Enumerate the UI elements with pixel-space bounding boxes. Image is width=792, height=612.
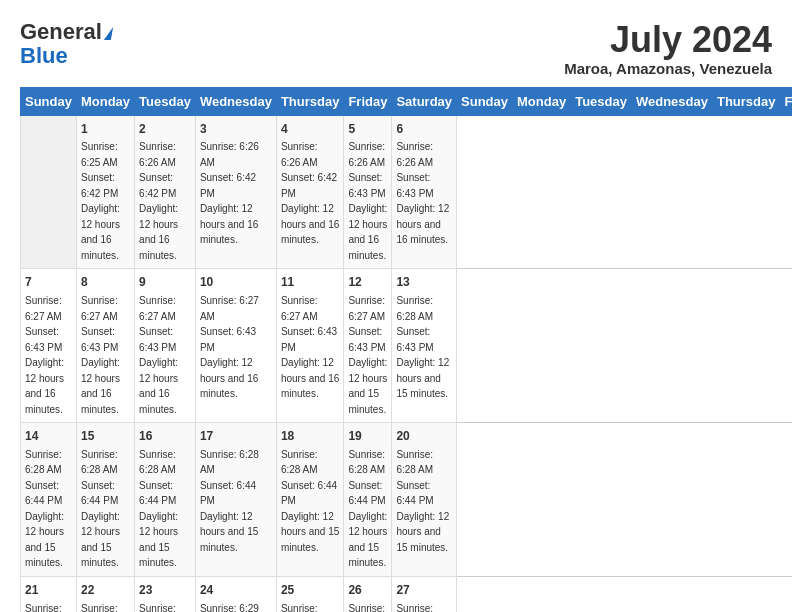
day-info: Sunrise: 6:28 AMSunset: 6:43 PMDaylight:… xyxy=(396,295,449,399)
calendar-cell: 3Sunrise: 6:26 AMSunset: 6:42 PMDaylight… xyxy=(195,115,276,269)
calendar-week-row: 14Sunrise: 6:28 AMSunset: 6:44 PMDayligh… xyxy=(21,423,793,577)
day-info: Sunrise: 6:27 AMSunset: 6:43 PMDaylight:… xyxy=(200,295,259,399)
calendar-week-row: 7Sunrise: 6:27 AMSunset: 6:43 PMDaylight… xyxy=(21,269,793,423)
day-number: 4 xyxy=(281,121,340,138)
calendar-cell: 18Sunrise: 6:28 AMSunset: 6:44 PMDayligh… xyxy=(276,423,344,577)
calendar-cell: 17Sunrise: 6:28 AMSunset: 6:44 PMDayligh… xyxy=(195,423,276,577)
header-wednesday: Wednesday xyxy=(195,87,276,115)
day-info: Sunrise: 6:29 AMSunset: 6:44 PMDaylight:… xyxy=(396,603,449,612)
calendar-cell: 25Sunrise: 6:29 AMSunset: 6:44 PMDayligh… xyxy=(276,576,344,612)
calendar-cell: 11Sunrise: 6:27 AMSunset: 6:43 PMDayligh… xyxy=(276,269,344,423)
title-area: July 2024 Maroa, Amazonas, Venezuela xyxy=(564,20,772,77)
header-saturday: Saturday xyxy=(392,87,457,115)
calendar-cell: 10Sunrise: 6:27 AMSunset: 6:43 PMDayligh… xyxy=(195,269,276,423)
header-sunday: Sunday xyxy=(457,87,513,115)
header-tuesday: Tuesday xyxy=(135,87,196,115)
calendar-cell: 12Sunrise: 6:27 AMSunset: 6:43 PMDayligh… xyxy=(344,269,392,423)
day-number: 11 xyxy=(281,274,340,291)
day-number: 22 xyxy=(81,582,130,599)
calendar-cell: 6Sunrise: 6:26 AMSunset: 6:43 PMDaylight… xyxy=(392,115,457,269)
day-number: 16 xyxy=(139,428,191,445)
month-title: July 2024 xyxy=(564,20,772,60)
calendar-cell: 24Sunrise: 6:29 AMSunset: 6:44 PMDayligh… xyxy=(195,576,276,612)
calendar-cell xyxy=(21,115,77,269)
logo-blue: Blue xyxy=(20,44,68,68)
day-info: Sunrise: 6:26 AMSunset: 6:43 PMDaylight:… xyxy=(348,141,387,261)
day-number: 14 xyxy=(25,428,72,445)
day-info: Sunrise: 6:27 AMSunset: 6:43 PMDaylight:… xyxy=(348,295,387,415)
day-info: Sunrise: 6:26 AMSunset: 6:43 PMDaylight:… xyxy=(396,141,449,245)
day-number: 20 xyxy=(396,428,452,445)
day-info: Sunrise: 6:27 AMSunset: 6:43 PMDaylight:… xyxy=(139,295,178,415)
day-number: 23 xyxy=(139,582,191,599)
day-number: 17 xyxy=(200,428,272,445)
header-thursday: Thursday xyxy=(712,87,780,115)
day-number: 9 xyxy=(139,274,191,291)
header-wednesday: Wednesday xyxy=(631,87,712,115)
calendar-cell: 14Sunrise: 6:28 AMSunset: 6:44 PMDayligh… xyxy=(21,423,77,577)
day-info: Sunrise: 6:29 AMSunset: 6:44 PMDaylight:… xyxy=(81,603,120,612)
calendar-cell: 8Sunrise: 6:27 AMSunset: 6:43 PMDaylight… xyxy=(76,269,134,423)
calendar-cell: 23Sunrise: 6:29 AMSunset: 6:44 PMDayligh… xyxy=(135,576,196,612)
day-info: Sunrise: 6:27 AMSunset: 6:43 PMDaylight:… xyxy=(81,295,120,415)
day-info: Sunrise: 6:28 AMSunset: 6:44 PMDaylight:… xyxy=(348,449,387,569)
day-info: Sunrise: 6:25 AMSunset: 6:42 PMDaylight:… xyxy=(81,141,120,261)
calendar-cell: 4Sunrise: 6:26 AMSunset: 6:42 PMDaylight… xyxy=(276,115,344,269)
logo: General Blue xyxy=(20,20,112,68)
calendar-cell: 16Sunrise: 6:28 AMSunset: 6:44 PMDayligh… xyxy=(135,423,196,577)
calendar-cell: 7Sunrise: 6:27 AMSunset: 6:43 PMDaylight… xyxy=(21,269,77,423)
calendar-cell: 22Sunrise: 6:29 AMSunset: 6:44 PMDayligh… xyxy=(76,576,134,612)
day-info: Sunrise: 6:29 AMSunset: 6:44 PMDaylight:… xyxy=(348,603,387,612)
location: Maroa, Amazonas, Venezuela xyxy=(564,60,772,77)
day-number: 10 xyxy=(200,274,272,291)
day-number: 26 xyxy=(348,582,387,599)
day-number: 6 xyxy=(396,121,452,138)
calendar-cell: 19Sunrise: 6:28 AMSunset: 6:44 PMDayligh… xyxy=(344,423,392,577)
day-info: Sunrise: 6:28 AMSunset: 6:44 PMDaylight:… xyxy=(25,449,64,569)
calendar-cell: 20Sunrise: 6:28 AMSunset: 6:44 PMDayligh… xyxy=(392,423,457,577)
header-friday: Friday xyxy=(780,87,792,115)
header-friday: Friday xyxy=(344,87,392,115)
day-number: 2 xyxy=(139,121,191,138)
day-number: 18 xyxy=(281,428,340,445)
calendar-cell: 15Sunrise: 6:28 AMSunset: 6:44 PMDayligh… xyxy=(76,423,134,577)
header-monday: Monday xyxy=(76,87,134,115)
calendar-table: SundayMondayTuesdayWednesdayThursdayFrid… xyxy=(20,87,792,612)
calendar-week-row: 21Sunrise: 6:29 AMSunset: 6:44 PMDayligh… xyxy=(21,576,793,612)
day-info: Sunrise: 6:27 AMSunset: 6:43 PMDaylight:… xyxy=(281,295,339,399)
calendar-cell: 13Sunrise: 6:28 AMSunset: 6:43 PMDayligh… xyxy=(392,269,457,423)
day-info: Sunrise: 6:29 AMSunset: 6:44 PMDaylight:… xyxy=(139,603,178,612)
header-monday: Monday xyxy=(513,87,571,115)
logo-general: General xyxy=(20,20,112,44)
day-info: Sunrise: 6:28 AMSunset: 6:44 PMDaylight:… xyxy=(139,449,178,569)
day-info: Sunrise: 6:29 AMSunset: 6:44 PMDaylight:… xyxy=(200,603,259,612)
day-info: Sunrise: 6:28 AMSunset: 6:44 PMDaylight:… xyxy=(81,449,120,569)
day-info: Sunrise: 6:28 AMSunset: 6:44 PMDaylight:… xyxy=(281,449,339,553)
day-number: 21 xyxy=(25,582,72,599)
day-number: 19 xyxy=(348,428,387,445)
day-info: Sunrise: 6:29 AMSunset: 6:44 PMDaylight:… xyxy=(281,603,339,612)
header-thursday: Thursday xyxy=(276,87,344,115)
day-number: 13 xyxy=(396,274,452,291)
day-number: 8 xyxy=(81,274,130,291)
calendar-cell: 5Sunrise: 6:26 AMSunset: 6:43 PMDaylight… xyxy=(344,115,392,269)
day-info: Sunrise: 6:29 AMSunset: 6:44 PMDaylight:… xyxy=(25,603,64,612)
day-info: Sunrise: 6:26 AMSunset: 6:42 PMDaylight:… xyxy=(139,141,178,261)
calendar-cell: 26Sunrise: 6:29 AMSunset: 6:44 PMDayligh… xyxy=(344,576,392,612)
day-info: Sunrise: 6:26 AMSunset: 6:42 PMDaylight:… xyxy=(200,141,259,245)
calendar-header-row: SundayMondayTuesdayWednesdayThursdayFrid… xyxy=(21,87,793,115)
page-header: General Blue July 2024 Maroa, Amazonas, … xyxy=(20,20,772,77)
calendar-cell: 9Sunrise: 6:27 AMSunset: 6:43 PMDaylight… xyxy=(135,269,196,423)
day-number: 25 xyxy=(281,582,340,599)
calendar-cell: 21Sunrise: 6:29 AMSunset: 6:44 PMDayligh… xyxy=(21,576,77,612)
day-number: 12 xyxy=(348,274,387,291)
calendar-week-row: 1Sunrise: 6:25 AMSunset: 6:42 PMDaylight… xyxy=(21,115,793,269)
day-number: 15 xyxy=(81,428,130,445)
header-tuesday: Tuesday xyxy=(571,87,632,115)
day-info: Sunrise: 6:26 AMSunset: 6:42 PMDaylight:… xyxy=(281,141,339,245)
day-number: 5 xyxy=(348,121,387,138)
day-info: Sunrise: 6:28 AMSunset: 6:44 PMDaylight:… xyxy=(200,449,259,553)
day-number: 24 xyxy=(200,582,272,599)
day-number: 3 xyxy=(200,121,272,138)
calendar-cell: 27Sunrise: 6:29 AMSunset: 6:44 PMDayligh… xyxy=(392,576,457,612)
